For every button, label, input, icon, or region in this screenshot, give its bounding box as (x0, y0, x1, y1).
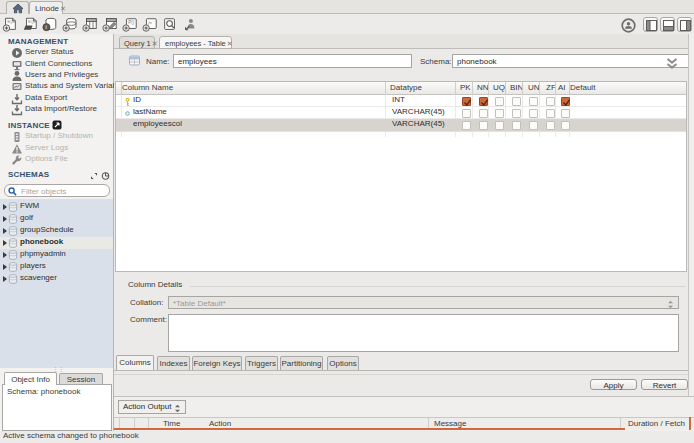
svg-text:SQL: SQL (7, 19, 16, 24)
svg-text:SQL: SQL (28, 19, 37, 24)
svg-text:P(): P() (128, 20, 134, 25)
